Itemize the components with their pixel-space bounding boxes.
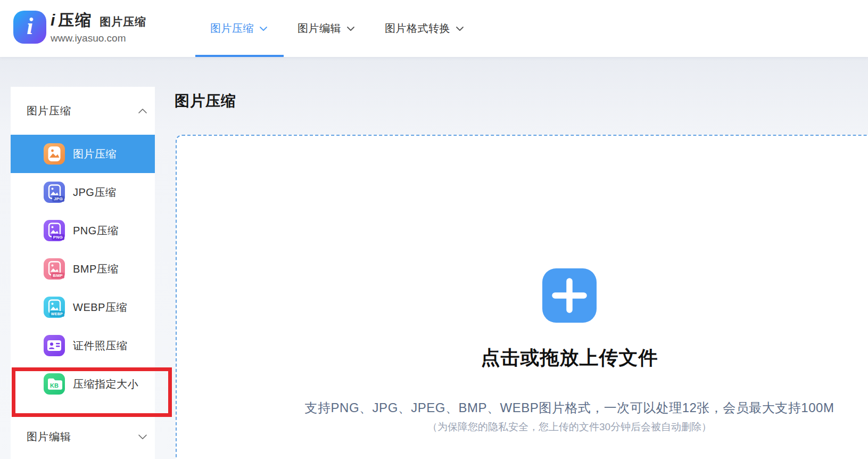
- sidebar-item-label: WEBP压缩: [73, 300, 127, 315]
- sidebar-group-image-compress[interactable]: 图片压缩: [11, 87, 155, 135]
- nav-item-image-edit[interactable]: 图片编辑: [283, 0, 370, 57]
- sidebar-item-png-compress[interactable]: PNGPNG压缩: [11, 211, 155, 250]
- sidebar-item-label: JPG压缩: [73, 185, 116, 200]
- brand-prefix: i: [51, 12, 55, 28]
- sidebar-item-label: PNG压缩: [73, 224, 119, 238]
- chevron-down-icon: [346, 26, 355, 31]
- logo-i-glyph: i: [27, 13, 33, 40]
- id-card-icon: [44, 335, 65, 356]
- svg-text:KB: KB: [50, 382, 59, 389]
- sidebar-group-label: 图片编辑: [27, 430, 138, 444]
- dropzone-privacy-note: （为保障您的隐私安全，您上传的文件30分钟后会被自动删除）: [177, 420, 868, 434]
- sidebar-item-label: 图片压缩: [73, 147, 117, 161]
- page-title: 图片压缩: [175, 91, 236, 111]
- top-header: i i 压缩 图片压缩 www.iyasuo.com 图片压缩 图片编辑 图片格…: [0, 0, 868, 57]
- sidebar-group-label: 图片压缩: [27, 104, 138, 118]
- sidebar-item-jpg-compress[interactable]: JPGJPG压缩: [11, 173, 155, 211]
- chevron-down-icon: [259, 26, 268, 31]
- png-file-icon: PNG: [44, 220, 65, 241]
- bmp-file-icon: BMP: [44, 258, 65, 280]
- brand-logo-icon: i: [13, 11, 46, 44]
- brand-tagline: 图片压缩: [100, 16, 146, 27]
- brand-url: www.iyasuo.com: [51, 32, 146, 44]
- brand-text-block: i 压缩 图片压缩 www.iyasuo.com: [51, 11, 146, 44]
- dropzone-headline: 点击或拖放上传文件: [177, 345, 868, 371]
- nav-item-format-convert[interactable]: 图片格式转换: [370, 0, 479, 57]
- sidebar-item-id-photo-compress[interactable]: 证件照压缩: [11, 326, 155, 365]
- sidebar-item-image-compress[interactable]: 图片压缩: [11, 135, 155, 173]
- sidebar-item-label: 压缩指定大小: [73, 377, 138, 391]
- sidebar-item-label: BMP压缩: [73, 262, 119, 276]
- nav-item-label: 图片编辑: [297, 21, 341, 36]
- format-badge: JPG: [52, 196, 64, 202]
- brand-logo[interactable]: i i 压缩 图片压缩 www.iyasuo.com: [13, 11, 146, 44]
- nav-item-image-compress[interactable]: 图片压缩: [195, 0, 283, 57]
- sidebar: 图片压缩 图片压缩 JPGJPG压缩 PNGPNG压缩 BMPBMP压缩 WEB…: [11, 87, 155, 459]
- upload-plus-button[interactable]: [542, 268, 597, 323]
- nav-active-underline: [195, 55, 284, 57]
- format-badge: BMP: [51, 273, 64, 278]
- sidebar-item-target-size-compress[interactable]: KB压缩指定大小: [11, 365, 155, 403]
- page-root: i i 压缩 图片压缩 www.iyasuo.com 图片压缩 图片编辑 图片格…: [0, 0, 868, 459]
- sidebar-group-image-edit[interactable]: 图片编辑: [11, 403, 155, 456]
- main-nav: 图片压缩 图片编辑 图片格式转换: [195, 0, 479, 57]
- chevron-down-icon: [138, 434, 147, 440]
- chevron-up-icon: [138, 108, 147, 114]
- jpg-file-icon: JPG: [44, 182, 65, 203]
- sidebar-item-webp-compress[interactable]: WEBPWEBP压缩: [11, 288, 155, 326]
- format-badge: WEBP: [49, 311, 64, 317]
- format-badge: PNG: [52, 234, 64, 240]
- kb-folder-icon: KB: [44, 373, 65, 395]
- sidebar-item-bmp-compress[interactable]: BMPBMP压缩: [11, 250, 155, 288]
- plus-icon: [542, 268, 597, 323]
- upload-dropzone[interactable]: 点击或拖放上传文件 支持PNG、JPG、JPEG、BMP、WEBP图片格式，一次…: [176, 135, 868, 459]
- dropzone-support-text: 支持PNG、JPG、JPEG、BMP、WEBP图片格式，一次可以处理12张，会员…: [177, 399, 868, 416]
- nav-item-label: 图片格式转换: [385, 21, 450, 36]
- image-compress-icon: [44, 143, 65, 165]
- sidebar-item-list: 图片压缩 JPGJPG压缩 PNGPNG压缩 BMPBMP压缩 WEBPWEBP…: [11, 135, 155, 403]
- nav-item-label: 图片压缩: [210, 21, 254, 36]
- webp-file-icon: WEBP: [44, 297, 65, 318]
- sidebar-item-label: 证件照压缩: [73, 339, 128, 353]
- brand-name: 压缩: [58, 12, 92, 28]
- chevron-down-icon: [456, 26, 464, 31]
